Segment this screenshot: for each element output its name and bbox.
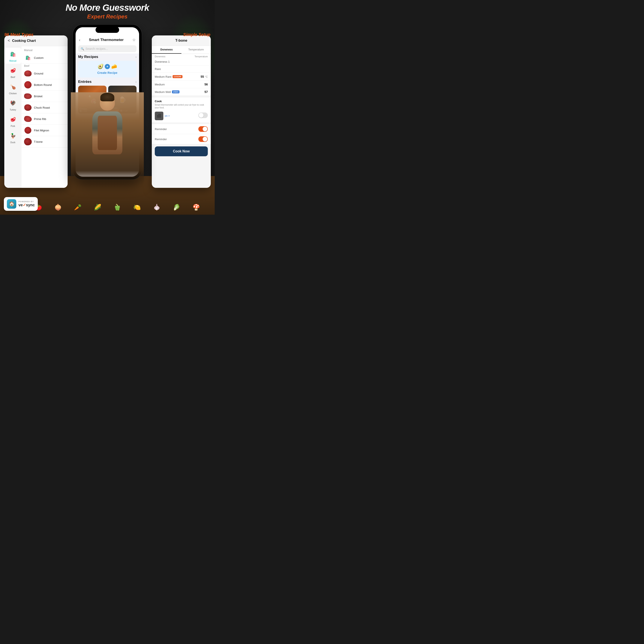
- entrees-arrow[interactable]: ›: [135, 80, 137, 84]
- list-item[interactable]: 🛍️ Custom: [21, 52, 68, 64]
- toggle-knob: [199, 113, 204, 118]
- doneness-row-medium-well: Medium Well USDA 57: [152, 88, 211, 96]
- phone-search-area: 🔍 Search recipes...: [76, 44, 139, 53]
- search-placeholder: Search recipes...: [85, 47, 108, 50]
- cooking-items-list: Manual 🛍️ Custom Beef Ground Bottom Roun…: [21, 46, 68, 188]
- sidebar-item-turkey[interactable]: 🦃 Turkey: [4, 97, 21, 113]
- cook-toggle[interactable]: [198, 112, 208, 118]
- phone-nav-title: Smart Thermometer: [89, 38, 124, 42]
- cooking-chart-panel: < Cooking Chart 🛍️ Manual 🥩 Beef 🍗 Chick…: [4, 35, 68, 188]
- entrees-header: Entrées ›: [78, 80, 137, 84]
- list-item[interactable]: Chuck Roast: [21, 102, 68, 113]
- cosori-badge: COSORI: [109, 109, 119, 112]
- cook-description: Smart thermometer will control your air …: [155, 103, 208, 109]
- phone-screen: ‹ Smart Thermometer ☆ 🔍 Search recipes..…: [76, 27, 139, 177]
- phones-area: < Cooking Chart 🛍️ Manual 🥩 Beef 🍗 Chick…: [0, 25, 215, 199]
- ground-label: Ground: [34, 72, 43, 75]
- cooking-chart-title: Cooking Chart: [12, 39, 36, 43]
- list-item[interactable]: Bottom Round: [21, 79, 68, 91]
- recipe-card[interactable]: 🍖 Crispy... 🕐 1 min: [78, 86, 106, 114]
- reminder-1-knob: [203, 127, 207, 131]
- chuck-roast-label: Chuck Roast: [34, 106, 50, 109]
- phone-favorite-button[interactable]: ☆: [132, 38, 136, 42]
- doneness-row-rare: Rare: [152, 65, 211, 73]
- cook-section: Cook Smart thermometer will control your…: [152, 97, 211, 122]
- tbone-icon: [24, 138, 32, 146]
- cosori-badge-doneness: COSORI: [173, 75, 182, 78]
- list-item[interactable]: Ground: [21, 68, 68, 79]
- center-phone: ‹ Smart Thermometer ☆ 🔍 Search recipes..…: [73, 25, 142, 179]
- powered-by-label: POWERED BY: [18, 200, 35, 203]
- sidebar-item-duck[interactable]: 🦆 Duck: [4, 129, 21, 145]
- veggie-item: 🌽: [94, 204, 101, 210]
- cook-now-button[interactable]: Cook Now: [155, 146, 208, 156]
- recipe-card[interactable]: 🍺 Bratwu... COSORI 🕐 5 min: [108, 86, 137, 114]
- main-subtitle: Expert Recipes: [0, 13, 215, 20]
- recipe-cards-row: 🍖 Crispy... 🕐 1 min 🍺 Bratwu...: [78, 86, 137, 114]
- reminder-row-2: Reminder: [152, 134, 211, 144]
- bottom-round-label: Bottom Round: [34, 83, 52, 87]
- doneness-rows: Doneness Temperature Doneness 1 Rare Med…: [152, 54, 211, 96]
- reminder-2-toggle[interactable]: [198, 136, 208, 142]
- usda-badge-doneness: USDA: [172, 90, 180, 93]
- doneness-temp-medium-rare: 55 °C: [201, 75, 208, 79]
- prime-rib-icon: [24, 115, 32, 123]
- recipe-card-overlay-2: Bratwu... COSORI 🕐 5 min: [108, 105, 137, 114]
- veggie-item: 🍋: [133, 204, 141, 210]
- bottom-round-icon: [24, 81, 32, 89]
- recipe-card-overlay: Crispy... 🕐 1 min: [78, 106, 106, 114]
- doneness-row-medium: Medium 56: [152, 81, 211, 88]
- list-item[interactable]: T-bone: [21, 136, 68, 147]
- doneness-level-medium-rare: Medium Rare COSORI: [155, 75, 182, 78]
- chuck-roast-icon: [24, 104, 32, 111]
- right-feature-label: Simple Setup: [183, 32, 210, 37]
- entrees-title: Entrées: [78, 80, 91, 84]
- phone-main-content: My Recipes › 🥑 + 🧀 Create Recipe En: [76, 53, 139, 115]
- custom-icon: 🛍️: [24, 54, 32, 62]
- col-doneness: Doneness: [155, 55, 166, 58]
- recipe-card-title: Crispy...: [79, 108, 105, 110]
- recipe-card-meta-2: COSORI 🕐 5 min: [109, 109, 135, 112]
- sidebar-item-beef[interactable]: 🥩 Beef: [4, 64, 21, 80]
- duck-icon: 🦆: [8, 131, 18, 141]
- reminder-1-toggle[interactable]: [198, 126, 208, 132]
- sidebar-item-pork[interactable]: 🥩 Pork: [4, 113, 21, 129]
- manual-section-title: Manual: [21, 48, 68, 52]
- custom-label: Custom: [34, 56, 44, 59]
- filet-mignon-icon: [24, 126, 32, 134]
- sidebar-item-chicken[interactable]: 🍗 Chicken: [4, 81, 21, 96]
- my-recipes-header: My Recipes ›: [78, 55, 137, 59]
- doneness-level-medium: Medium: [155, 83, 165, 86]
- list-item[interactable]: Prime Rib: [21, 113, 68, 125]
- beef-label: Beef: [11, 76, 15, 78]
- tbone-label: T-bone: [34, 140, 43, 143]
- powered-by-badge: 🏠 POWERED BY ve✓sync: [4, 197, 38, 211]
- search-bar[interactable]: 🔍 Search recipes...: [78, 45, 137, 52]
- device-icon-row: ⬛ on >: [155, 112, 170, 120]
- beef-icon: 🥩: [8, 66, 18, 75]
- veggie-item: 🍄: [193, 204, 200, 210]
- cook-toggle-row: ⬛ on >: [155, 110, 208, 120]
- filet-mignon-label: Filet Mignon: [34, 129, 49, 132]
- phone-back-button[interactable]: ‹: [79, 38, 80, 42]
- tab-temperature[interactable]: Temperature: [181, 46, 211, 54]
- back-button[interactable]: <: [8, 38, 10, 43]
- reminder-2-label: Reminder: [155, 138, 167, 141]
- tbone-title: T-bone: [175, 38, 187, 43]
- tab-doneness[interactable]: Doneness: [152, 46, 181, 54]
- my-recipes-arrow[interactable]: ›: [135, 55, 137, 59]
- sidebar-item-manual[interactable]: 🛍️ Manual: [4, 48, 21, 64]
- doneness-row-medium-rare[interactable]: Medium Rare COSORI 55 °C: [152, 73, 211, 81]
- list-item[interactable]: Brisket: [21, 91, 68, 102]
- on-link[interactable]: on >: [165, 114, 170, 117]
- doneness-level-medium-well: Medium Well USDA: [155, 90, 179, 94]
- brisket-icon: [24, 92, 32, 100]
- list-item[interactable]: Filet Mignon: [21, 125, 68, 136]
- entrees-section: Entrées › 🍖 Crispy... 🕐 1 min: [78, 80, 137, 114]
- reminder-1-label: Reminder: [155, 128, 167, 131]
- turkey-icon: 🦃: [8, 99, 18, 108]
- create-recipe-button[interactable]: 🥑 + 🧀 Create Recipe: [78, 61, 137, 77]
- veggie-item: 🧄: [153, 204, 161, 210]
- main-title: No More Guesswork: [0, 3, 215, 13]
- tbone-settings-panel: T-bone Doneness Temperature Doneness Tem…: [152, 35, 211, 188]
